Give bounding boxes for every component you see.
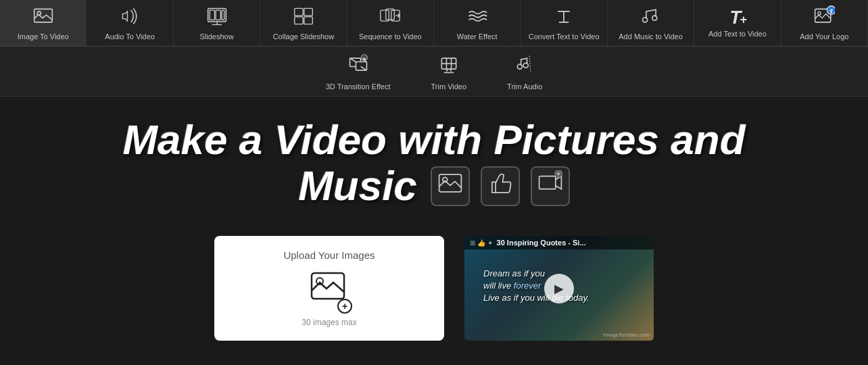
upload-hint: 30 images max xyxy=(302,318,356,327)
nav-item-sequence-to-video[interactable]: Sequence to Video xyxy=(347,0,434,46)
nav-label-add-your-logo: Add Your Logo xyxy=(800,32,848,41)
water-effect-icon xyxy=(466,5,488,30)
video-title-icons: ⊞ 👍 ✦ xyxy=(470,239,493,247)
nav-label-convert-text-to-video: Convert Text to Video xyxy=(529,32,600,41)
nav-item-image-to-video[interactable]: Image To Video xyxy=(0,0,87,46)
svg-point-19 xyxy=(642,18,647,22)
audio-to-video-icon xyxy=(119,5,141,30)
nav-item-trim-audio[interactable]: Trim Audio xyxy=(500,51,549,93)
svg-rect-8 xyxy=(295,8,303,16)
sequence-to-video-icon xyxy=(379,5,401,30)
upload-icon-wrap: + xyxy=(310,268,348,311)
video-watermark: ImageToVideo.com xyxy=(604,332,650,338)
nav-label-add-text-to-video: Add Text to Video xyxy=(708,30,767,38)
svg-line-41 xyxy=(529,56,531,73)
svg-rect-10 xyxy=(295,17,303,24)
nav-label-image-to-video: Image To Video xyxy=(18,32,69,41)
nav-label-audio-to-video: Audio To Video xyxy=(105,32,155,41)
nav-item-add-your-logo[interactable]: f Add Your Logo xyxy=(781,0,868,46)
second-navigation: + 3D Transition Effect Trim Video xyxy=(0,47,868,97)
nav-item-3d-transition[interactable]: + 3D Transition Effect xyxy=(319,51,397,93)
svg-rect-9 xyxy=(304,8,312,16)
svg-rect-5 xyxy=(222,10,224,20)
svg-text:f: f xyxy=(831,8,833,14)
video-thumbnail[interactable]: ⊞ 👍 ✦ 30 Inspiring Quotes - Si... Dream … xyxy=(464,236,654,341)
nav-item-add-text-to-video[interactable]: T+ Add Text to Video xyxy=(694,0,781,46)
svg-point-39 xyxy=(518,64,523,69)
collage-slideshow-icon xyxy=(293,5,314,30)
trim-video-icon xyxy=(438,53,460,80)
hero-icon-group xyxy=(431,166,570,206)
video-play-button[interactable]: ▶ xyxy=(544,274,574,303)
video-controls-icon: ⊞ 👍 ✦ xyxy=(470,239,493,247)
add-music-to-video-icon xyxy=(640,5,662,30)
hero-section: Make a Video with Pictures and Music xyxy=(0,97,868,229)
nav-label-trim-video: Trim Video xyxy=(431,82,467,91)
nav-item-trim-video[interactable]: Trim Video xyxy=(425,51,474,93)
hero-video-icon[interactable] xyxy=(531,166,570,206)
svg-rect-3 xyxy=(210,10,214,20)
svg-rect-44 xyxy=(539,176,555,189)
svg-line-27 xyxy=(349,58,356,62)
hero-like-icon[interactable] xyxy=(481,166,520,206)
nav-label-3d-transition: 3D Transition Effect xyxy=(326,82,391,91)
nav-label-water-effect: Water Effect xyxy=(457,32,498,41)
hero-title: Make a Video with Pictures and Music xyxy=(14,117,854,209)
upload-label: Upload Your Images xyxy=(283,249,375,261)
nav-item-slideshow[interactable]: Slideshow xyxy=(174,0,260,46)
trim-audio-icon xyxy=(514,53,535,80)
3d-transition-icon: + xyxy=(347,53,369,80)
add-your-logo-icon: f xyxy=(813,5,835,30)
image-to-video-icon xyxy=(32,5,54,30)
svg-point-22 xyxy=(818,11,821,14)
svg-point-20 xyxy=(652,16,656,20)
upload-plus-icon: + xyxy=(337,299,352,314)
nav-item-water-effect[interactable]: Water Effect xyxy=(434,0,521,46)
convert-text-to-video-icon xyxy=(553,5,575,30)
svg-text:+: + xyxy=(363,56,366,61)
upload-box[interactable]: Upload Your Images + 30 images max xyxy=(214,236,444,341)
add-text-to-video-icon: T+ xyxy=(729,8,746,27)
hero-title-line1: Make a Video with Pictures and xyxy=(122,117,745,163)
nav-item-add-music-to-video[interactable]: Add Music to Video xyxy=(608,0,694,46)
nav-item-collage-slideshow[interactable]: Collage Slideshow xyxy=(260,0,347,46)
hero-title-line2: Music xyxy=(298,163,570,209)
video-title-text: 30 Inspiring Quotes - Si... xyxy=(497,239,586,247)
nav-label-trim-audio: Trim Audio xyxy=(507,82,542,91)
svg-rect-11 xyxy=(304,17,312,24)
content-area: Upload Your Images + 30 images max ⊞ 👍 ✦… xyxy=(0,229,868,354)
nav-label-add-music-to-video: Add Music to Video xyxy=(619,32,683,41)
video-title-bar: ⊞ 👍 ✦ 30 Inspiring Quotes - Si... xyxy=(464,236,654,249)
top-navigation: Image To Video Audio To Video Slideshow xyxy=(0,0,868,47)
nav-item-convert-text-to-video[interactable]: Convert Text to Video xyxy=(521,0,607,46)
svg-rect-4 xyxy=(216,10,220,20)
nav-label-sequence-to-video: Sequence to Video xyxy=(359,32,422,41)
slideshow-icon xyxy=(206,5,228,30)
nav-label-collage-slideshow: Collage Slideshow xyxy=(273,32,335,41)
hero-image-icon[interactable] xyxy=(431,166,470,206)
nav-item-audio-to-video[interactable]: Audio To Video xyxy=(87,0,173,46)
hero-title-line2-text: Music xyxy=(298,163,417,209)
nav-label-slideshow: Slideshow xyxy=(199,32,233,41)
svg-point-40 xyxy=(523,63,528,68)
